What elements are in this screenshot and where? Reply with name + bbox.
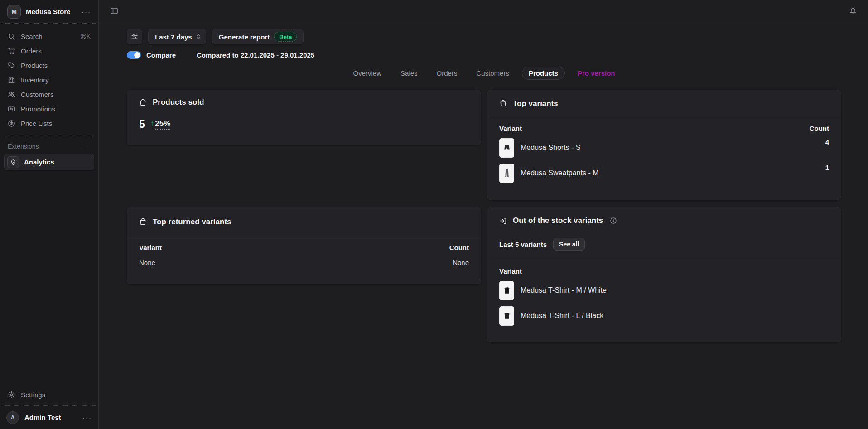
top-returned-variants-card: Top returned variants Variant Count None… <box>127 207 481 284</box>
store-initial: M <box>11 8 17 15</box>
see-all-button[interactable]: See all <box>553 238 585 251</box>
user-menu[interactable]: A Admin Test ··· <box>0 405 98 429</box>
sweatpants-glyph <box>503 168 511 178</box>
building-icon <box>8 76 15 84</box>
variant-name: None <box>139 259 155 266</box>
beta-label: Beta <box>279 34 292 40</box>
column-variant: Variant <box>499 267 522 275</box>
topbar <box>99 0 868 22</box>
sidebar-item-label: Promotions <box>21 105 55 113</box>
analytics-page: Last 7 days Generate report Beta Compare… <box>99 22 868 429</box>
variant-name: Medusa T-Shirt - L / Black <box>521 312 603 320</box>
tshirt-glyph <box>502 311 511 320</box>
compare-toggle[interactable] <box>127 51 141 59</box>
compared-period-text: Compared to 22.01.2025 - 29.01.2025 <box>197 51 314 59</box>
variant-count: 4 <box>825 138 829 146</box>
generate-report-label: Generate report <box>219 33 270 41</box>
user-menu-ellipsis-icon[interactable]: ··· <box>82 414 92 421</box>
filter-settings-button[interactable] <box>127 29 142 44</box>
table-header: Variant Count <box>487 117 841 132</box>
arrow-into-bracket-icon <box>499 217 507 225</box>
card-header: Top variants <box>487 90 841 117</box>
card-header: Top returned variants <box>127 207 481 236</box>
store-name: Medusa Store <box>26 8 77 15</box>
table-row[interactable]: Medusa Shorts - S 4 <box>487 135 841 160</box>
sidebar-item-label: Orders <box>21 47 42 55</box>
table-row: None None <box>127 251 481 274</box>
sidebar-bottom: Settings A Admin Test ··· <box>0 387 98 429</box>
sidebar-item-products[interactable]: Products <box>0 58 98 72</box>
shorts-glyph <box>503 143 511 153</box>
collapse-minus-icon[interactable]: — <box>81 143 87 150</box>
cart-icon <box>8 47 15 55</box>
tab-orders[interactable]: Orders <box>430 67 464 79</box>
ticket-percent-icon <box>8 105 15 113</box>
sidebar-item-analytics[interactable]: Analytics <box>4 154 94 170</box>
sidebar-item-orders[interactable]: Orders <box>0 43 98 58</box>
product-thumbnail <box>499 164 514 183</box>
variant-name: Medusa Sweatpants - M <box>521 169 599 177</box>
product-thumbnail <box>499 281 514 300</box>
gear-icon <box>8 391 15 399</box>
variant-count: 1 <box>825 164 829 171</box>
metric-row: 5 ↑ 25% <box>127 118 481 130</box>
tab-sales[interactable]: Sales <box>394 67 424 79</box>
extensions-label: Extensions <box>8 143 39 150</box>
avatar: A <box>6 411 19 424</box>
store-logo: M <box>7 5 21 19</box>
variant-name: Medusa Shorts - S <box>521 144 581 152</box>
avatar-initial: A <box>11 415 15 421</box>
products-sold-card: Products sold 5 ↑ 25% <box>127 90 481 145</box>
products-sold-change[interactable]: 25% <box>155 119 170 130</box>
sliders-icon <box>131 33 138 40</box>
dollar-circle-icon <box>8 120 15 127</box>
chevron-up-down-icon <box>196 34 201 40</box>
info-icon[interactable] <box>610 217 617 224</box>
product-thumbnail <box>499 306 514 326</box>
sidebar-item-customers[interactable]: Customers <box>0 87 98 101</box>
user-name: Admin Test <box>24 414 77 421</box>
sidebar-item-search[interactable]: Search ⌘K <box>0 29 98 43</box>
search-icon <box>8 33 15 40</box>
table-row[interactable]: Medusa Sweatpants - M 1 <box>487 160 841 186</box>
shopping-bag-icon <box>139 99 147 106</box>
notifications-bell-icon[interactable] <box>849 7 857 15</box>
store-menu-ellipsis-icon[interactable]: ··· <box>82 8 91 15</box>
sidebar-nav: Search ⌘K Orders Products Inventory <box>0 24 98 132</box>
sidebar-item-label: Inventory <box>21 76 49 84</box>
shopping-bag-icon <box>139 218 147 226</box>
sidebar-item-settings[interactable]: Settings <box>0 387 98 402</box>
top-variants-card: Top variants Variant Count Medusa Shorts… <box>487 90 841 200</box>
column-variant: Variant <box>499 125 522 132</box>
sidebar-item-price-lists[interactable]: Price Lists <box>0 116 98 130</box>
table-header: Variant <box>487 260 841 275</box>
main-area: Last 7 days Generate report Beta Compare… <box>99 0 868 429</box>
extensions-section-header: Extensions — <box>0 142 98 153</box>
last-variants-label: Last 5 variants <box>499 241 547 248</box>
tab-pro-version[interactable]: Pro version <box>571 67 622 79</box>
tab-customers[interactable]: Customers <box>470 67 516 79</box>
table-row[interactable]: Medusa T-Shirt - M / White <box>487 278 841 303</box>
cards-grid: Products sold 5 ↑ 25% Top variants <box>127 90 841 342</box>
store-switcher[interactable]: M Medusa Store ··· <box>0 0 98 24</box>
tab-products[interactable]: Products <box>522 67 565 80</box>
variant-name: Medusa T-Shirt - M / White <box>521 286 607 294</box>
sidebar-item-promotions[interactable]: Promotions <box>0 101 98 116</box>
table-row[interactable]: Medusa T-Shirt - L / Black <box>487 303 841 328</box>
generate-report-button[interactable]: Generate report Beta <box>212 29 304 44</box>
tag-icon <box>8 62 15 69</box>
filter-row: Last 7 days Generate report Beta <box>127 29 841 44</box>
sidebar-toggle-icon[interactable] <box>110 7 118 15</box>
tab-overview[interactable]: Overview <box>347 67 388 79</box>
search-shortcut: ⌘K <box>80 33 91 40</box>
date-range-select[interactable]: Last 7 days <box>148 29 206 44</box>
sidebar-item-label: Analytics <box>24 158 54 166</box>
tshirt-glyph <box>502 286 511 295</box>
sidebar: M Medusa Store ··· Search ⌘K Orders Prod… <box>0 0 99 429</box>
trend-up-arrow-icon: ↑ <box>150 119 154 128</box>
toggle-knob <box>134 52 140 58</box>
sidebar-item-inventory[interactable]: Inventory <box>0 72 98 87</box>
compare-row: Compare Compared to 22.01.2025 - 29.01.2… <box>127 51 841 59</box>
date-range-value: Last 7 days <box>155 33 192 41</box>
sidebar-item-label: Search <box>21 33 43 40</box>
